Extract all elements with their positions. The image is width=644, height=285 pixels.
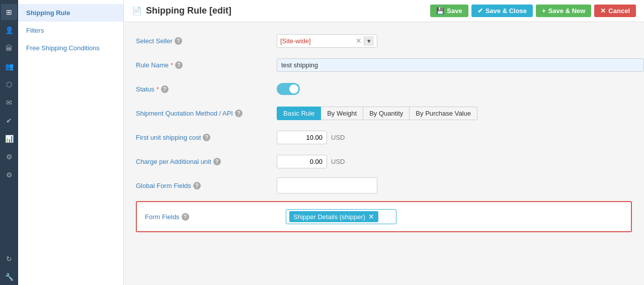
sidebar-icon-task[interactable]: ✔ [1, 113, 17, 129]
save-icon: 💾 [436, 7, 444, 15]
charge-per-unit-group: USD [277, 155, 632, 168]
toggle-track[interactable] [277, 83, 300, 95]
select-seller-row: Select Seller ? [Site-wide] ✕ ▾ [136, 32, 632, 49]
first-unit-cost-row: First unit shipping cost ? USD [136, 129, 632, 146]
global-form-fields-row: Global Form Fields ? [136, 177, 632, 194]
global-form-fields-label: Global Form Fields ? [136, 182, 277, 189]
sidebar-icon-users[interactable]: 👤 [1, 22, 17, 38]
plus-icon: + [542, 7, 546, 15]
rule-name-row: Rule Name * ? [136, 56, 632, 73]
global-form-fields-help-icon[interactable]: ? [193, 182, 201, 189]
select-seller-value: [Site-wide] [280, 37, 354, 45]
charge-per-unit-currency: USD [331, 158, 345, 165]
rule-name-input[interactable] [277, 58, 644, 72]
rule-name-control [277, 58, 644, 72]
status-label: Status * ? [136, 85, 277, 93]
sidebar-icon-wrench[interactable]: 🔧 [1, 269, 17, 285]
doc-icon: 📄 [132, 6, 142, 16]
save-new-label: Save & New [548, 7, 586, 15]
method-by-purchase-value[interactable]: By Purchase Value [410, 107, 477, 120]
save-label: Save [447, 7, 462, 15]
select-seller-control: [Site-wide] ✕ ▾ [277, 34, 632, 48]
top-header: 📄 Shipping Rule [edit] 💾 Save ✔ Save & C… [124, 0, 644, 22]
charge-per-unit-label: Charge per Additional unit ? [136, 158, 277, 165]
shipment-method-help-icon[interactable]: ? [235, 110, 243, 117]
nav-sidebar: Shipping Rule Filters Free Shipping Cond… [18, 0, 124, 285]
toggle-thumb [289, 84, 298, 93]
shipment-method-control: Basic Rule By Weight By Quantity By Purc… [277, 107, 632, 120]
save-close-button[interactable]: ✔ Save & Close [471, 5, 533, 17]
form-fields-chip[interactable]: Shipper Details (shipper) ✕ [289, 211, 378, 222]
check-icon: ✔ [477, 7, 483, 15]
select-seller-clear[interactable]: ✕ [356, 37, 362, 45]
rule-name-help-icon[interactable]: ? [175, 61, 183, 69]
first-unit-cost-label: First unit shipping cost ? [136, 134, 277, 141]
content-area: Select Seller ? [Site-wide] ✕ ▾ Rule Nam… [124, 22, 644, 285]
page-title: 📄 Shipping Rule [edit] [132, 6, 231, 16]
page-title-text: Shipping Rule [edit] [146, 6, 231, 16]
sidebar-icon-network[interactable]: ⬡ [1, 76, 17, 92]
sidebar-icon-gear2[interactable]: ⚙ [1, 167, 17, 183]
cancel-label: Cancel [608, 7, 630, 15]
save-close-label: Save & Close [486, 7, 527, 15]
sidebar-icon-dashboard[interactable]: ⊞ [1, 4, 17, 20]
sidebar-icon-mail[interactable]: ✉ [1, 94, 17, 111]
form-fields-highlighted-section: Form Fields ? Shipper Details (shipper) … [136, 201, 632, 232]
form-fields-row: Form Fields ? Shipper Details (shipper) … [145, 208, 623, 225]
charge-per-unit-row: Charge per Additional unit ? USD [136, 153, 632, 170]
method-basic-rule[interactable]: Basic Rule [277, 107, 321, 120]
sidebar-icon-group[interactable]: 👥 [1, 58, 17, 74]
status-row: Status * ? [136, 80, 632, 98]
first-unit-cost-control: USD [277, 131, 632, 144]
rule-name-label: Rule Name * ? [136, 61, 277, 69]
status-toggle[interactable] [277, 83, 300, 95]
cancel-icon: ✕ [600, 7, 606, 15]
form-fields-help-icon[interactable]: ? [182, 213, 189, 221]
form-fields-label: Form Fields ? [145, 213, 286, 221]
global-form-fields-input[interactable] [277, 177, 377, 194]
select-seller-help-icon[interactable]: ? [175, 37, 182, 45]
method-by-weight[interactable]: By Weight [321, 107, 363, 120]
main-area: 📄 Shipping Rule [edit] 💾 Save ✔ Save & C… [124, 0, 644, 285]
status-help-icon[interactable]: ? [161, 85, 169, 93]
first-unit-cost-help-icon[interactable]: ? [203, 134, 210, 141]
select-seller-input[interactable]: [Site-wide] ✕ ▾ [277, 34, 377, 48]
status-control [277, 83, 632, 95]
form-fields-input[interactable]: Shipper Details (shipper) ✕ [286, 209, 396, 224]
shipment-method-row: Shipment Quotation Method / API ? Basic … [136, 105, 632, 122]
select-seller-label: Select Seller ? [136, 37, 277, 45]
form-fields-control: Shipper Details (shipper) ✕ [286, 209, 623, 224]
sidebar-item-filters[interactable]: Filters [18, 22, 123, 39]
cancel-button[interactable]: ✕ Cancel [594, 5, 636, 17]
toolbar-buttons: 💾 Save ✔ Save & Close + Save & New ✕ Can… [430, 5, 636, 17]
rule-name-required: * [171, 61, 173, 69]
global-form-fields-control [277, 177, 632, 194]
sidebar-item-shipping-rule[interactable]: Shipping Rule [18, 4, 123, 22]
first-unit-cost-group: USD [277, 131, 632, 144]
charge-per-unit-control: USD [277, 155, 632, 168]
icon-sidebar: ⊞ 👤 🏛 👥 ⬡ ✉ ✔ 📊 ⚙ ⚙ ↻ 🔧 [0, 0, 18, 285]
form-fields-chip-label: Shipper Details (shipper) [293, 213, 365, 221]
first-unit-cost-input[interactable] [277, 131, 327, 144]
charge-per-unit-help-icon[interactable]: ? [213, 158, 221, 165]
charge-per-unit-input[interactable] [277, 155, 327, 168]
sidebar-item-free-shipping-conditions[interactable]: Free Shipping Conditions [18, 39, 123, 57]
select-seller-dropdown[interactable]: ▾ [364, 36, 374, 46]
sidebar-icon-gear[interactable]: ⚙ [1, 149, 17, 165]
shipment-method-label: Shipment Quotation Method / API ? [136, 110, 277, 117]
shipment-method-group: Basic Rule By Weight By Quantity By Purc… [277, 107, 632, 120]
form-fields-chip-remove[interactable]: ✕ [368, 213, 374, 221]
status-required: * [156, 85, 159, 93]
save-new-button[interactable]: + Save & New [536, 5, 591, 17]
save-button[interactable]: 💾 Save [430, 5, 468, 17]
sidebar-icon-chart[interactable]: 📊 [1, 131, 17, 147]
sidebar-icon-org[interactable]: 🏛 [1, 40, 17, 56]
first-unit-currency: USD [331, 134, 345, 141]
sidebar-icon-refresh[interactable]: ↻ [1, 251, 17, 267]
method-by-quantity[interactable]: By Quantity [363, 107, 410, 120]
